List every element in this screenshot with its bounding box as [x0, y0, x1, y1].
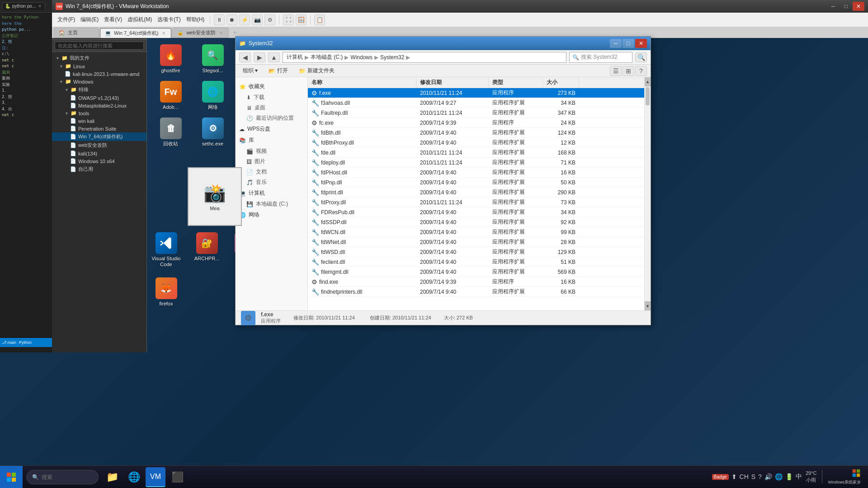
file-row-faultrep[interactable]: 🔧Faultrep.dll 2010/11/21 11:24 应用程序扩展 34…	[308, 108, 644, 118]
explorer-breadcrumb[interactable]: 计算机 ▶ 本地磁盘 (C:) ▶ Windows ▶ System32 ▶	[283, 52, 566, 63]
file-row-feclient[interactable]: 🔧feclient.dll 2009/7/14 9:40 应用程序扩展 51 K…	[308, 257, 644, 267]
tree-item-kali[interactable]: 📄kali-linux-2023.1-vmware-amd	[52, 70, 146, 78]
tree-item-owasp[interactable]: 📄OWASP v1.2(143)	[52, 94, 146, 102]
systray-s-label[interactable]: S	[751, 473, 755, 480]
sidebar-documents[interactable]: 📄 文档	[236, 167, 307, 177]
explorer-up-button[interactable]: ▲	[268, 52, 280, 62]
toolbar-btn-power[interactable]: ⚡	[239, 14, 250, 25]
vmware-tab-home[interactable]: 🏠 主页	[54, 28, 99, 38]
systray-network-icon[interactable]: 🌐	[775, 473, 783, 480]
desktop-icon-recycle[interactable]: 🗑 回收站	[151, 116, 190, 149]
taskbar-app-fileexplorer[interactable]: 📁	[102, 467, 122, 487]
sidebar-pictures[interactable]: 🖼 图片	[236, 156, 307, 167]
systray-question-icon[interactable]: ?	[758, 473, 762, 480]
file-row-fdpnp[interactable]: 🔧fdPnp.dll 2009/7/14 9:40 应用程序扩展 50 KB	[308, 178, 644, 188]
vmware-menu-file[interactable]: 文件(F)	[56, 15, 77, 24]
toolbar-btn-stop[interactable]: ⏺	[226, 14, 237, 25]
desktop-icon-archpr[interactable]: 🔐 ARCHPR...	[188, 230, 226, 263]
desktop-icon-vscode[interactable]: Visual Studio Code	[147, 230, 185, 269]
file-row-fdeploy[interactable]: 🔧fdeploy.dll 2010/11/21 11:24 应用程序扩展 71 …	[308, 158, 644, 168]
systray-volume-icon[interactable]: 🔊	[764, 473, 772, 480]
file-row-fdphost[interactable]: 🔧fdPHost.dll 2009/7/14 9:40 应用程序扩展 16 KB	[308, 168, 644, 178]
explorer-organize-button[interactable]: 组织 ▾	[239, 66, 261, 75]
explorer-search-field[interactable]: 🔍 搜索 System32	[569, 52, 632, 63]
file-row-fdwcn[interactable]: 🔧fdWCN.dll 2009/7/14 9:40 应用程序扩展 99 KB	[308, 227, 644, 237]
desktop-icon-firefox[interactable]: 🦊 firefox	[147, 276, 185, 309]
taskbar-app-vmware[interactable]: VM	[146, 467, 165, 487]
vmware-minimize-button[interactable]: ─	[827, 2, 839, 11]
desktop-icon-ghostfire[interactable]: 🔥 ghostfire	[151, 42, 190, 75]
scrollbar-up-button[interactable]: ▲	[645, 77, 651, 86]
taskbar-app-browser[interactable]: 🌐	[124, 467, 144, 487]
sidebar-video[interactable]: 🎬 视频	[236, 146, 307, 156]
win764-tab-close[interactable]: ✕	[161, 31, 166, 36]
sidebar-library[interactable]: 📚 库	[236, 135, 307, 146]
taskbar-search-input[interactable]	[42, 474, 93, 480]
scrollbar-down-button[interactable]: ▼	[645, 301, 651, 310]
desktop-icon-sethc[interactable]: ⚙ sethc.exe	[193, 116, 232, 149]
file-row-fcexe[interactable]: ⚙fc.exe 2009/7/14 9:39 应用程序 24 KB	[308, 118, 644, 128]
ls-search-input[interactable]	[55, 42, 144, 50]
tree-item-win764[interactable]: 📄Win 7_64(ctf操作机)	[52, 132, 146, 141]
systray-keyboard-icon[interactable]: 中	[796, 473, 802, 481]
toolbar-btn-view[interactable]: 📋	[314, 14, 325, 25]
sidebar-wps[interactable]: ☁ WPS云盘	[236, 123, 307, 135]
view-help-button[interactable]: ?	[635, 66, 647, 76]
vmware-close-button[interactable]: ✕	[853, 2, 864, 11]
col-header-size[interactable]: 大小	[543, 77, 579, 88]
toolbar-btn-unity[interactable]: 🪟	[296, 14, 307, 25]
explorer-minimize-button[interactable]: ─	[610, 39, 622, 48]
file-row-fde[interactable]: 🔧fde.dll 2010/11/21 11:24 应用程序扩展 168 KB	[308, 148, 644, 158]
toolbar-btn-fullscreen[interactable]: ⛶	[283, 14, 294, 25]
desktop-icon-adobe[interactable]: Fw Adob...	[151, 79, 190, 112]
tree-item-selfuse[interactable]: 📄自己用	[52, 165, 146, 174]
file-row-filemgmt[interactable]: 🔧filemgmt.dll 2009/7/14 9:40 应用程序扩展 569 …	[308, 267, 644, 277]
col-header-type[interactable]: 类型	[489, 77, 543, 88]
systray-up-icon[interactable]: ⬆	[731, 473, 737, 480]
sidebar-downloads[interactable]: ⬇ 下载	[236, 92, 307, 103]
view-grid-button[interactable]: ⊞	[623, 66, 634, 76]
toolbar-btn-pause[interactable]: ⏸	[214, 14, 225, 25]
tree-item-win10x64[interactable]: 📄Windows 10 x64	[52, 157, 146, 165]
file-row-fdwsd[interactable]: 🔧fdWSD.dll 2009/7/14 9:40 应用程序扩展 129 KB	[308, 247, 644, 257]
tree-item-penetration[interactable]: 📄Penetration Suite	[52, 125, 146, 132]
file-list-scrollbar[interactable]: ▲ ▼	[644, 77, 651, 310]
vmware-tab-websec[interactable]: 🔒 web安全攻防 ✕	[172, 28, 228, 38]
explorer-close-button[interactable]: ✕	[635, 39, 647, 48]
vmware-tab-win764[interactable]: 💻 Win 7_64(ctf操作机) ✕	[100, 28, 171, 38]
file-row-fdprint[interactable]: 🔧fdprint.dll 2009/7/14 9:40 应用程序扩展 290 K…	[308, 188, 644, 197]
tree-item-metasploitable[interactable]: 📄Metasploitable2-Linux	[52, 102, 146, 109]
tree-item-websec[interactable]: 📄web安全攻防	[52, 141, 146, 150]
code-tab-active[interactable]: 🐍 python po... ×	[2, 2, 45, 10]
sidebar-desktop[interactable]: 🖥 桌面	[236, 103, 307, 113]
file-row-findexe[interactable]: ⚙find.exe 2009/7/14 9:39 应用程序 16 KB	[308, 277, 644, 287]
file-row-fdproxy[interactable]: 🔧fdProxy.dll 2010/11/21 11:24 应用程序扩展 73 …	[308, 197, 644, 207]
file-row-fdbthproxy[interactable]: 🔧fdBthProxy.dll 2009/7/14 9:40 应用程序扩展 12…	[308, 138, 644, 148]
tree-item-tools[interactable]: ▼📁tools	[52, 109, 146, 117]
tree-item-winkali[interactable]: 📄win kali	[52, 117, 146, 125]
scrollbar-thumb[interactable]	[646, 87, 650, 105]
taskbar-app-terminal[interactable]: ⬛	[167, 467, 187, 487]
taskbar-start-button[interactable]	[0, 466, 23, 488]
explorer-back-button[interactable]: ◀	[239, 52, 251, 62]
file-row-fdssdp[interactable]: 🔧fdSSDP.dll 2009/7/14 9:40 应用程序扩展 92 KB	[308, 217, 644, 227]
sidebar-recent[interactable]: 🕐 最近访问的位置	[236, 113, 307, 123]
desktop-icon-network[interactable]: 🌐 网络	[193, 79, 232, 112]
websec-tab-close[interactable]: ✕	[218, 30, 224, 35]
tree-item-myfiles[interactable]: ▼📁我的文件	[52, 54, 146, 62]
vmware-menu-vm[interactable]: 虚拟机(M)	[126, 15, 154, 24]
taskbar-search-bar[interactable]: 🔍	[26, 470, 99, 484]
sidebar-network[interactable]: 🌐 网络	[236, 209, 307, 221]
tree-item-windows[interactable]: ▼📁Windows	[52, 78, 146, 85]
vmware-maximize-button[interactable]: □	[840, 2, 852, 11]
file-row-fdbth[interactable]: 🔧fdBth.dll 2009/7/14 9:40 应用程序扩展 124 KB	[308, 128, 644, 138]
systray-battery-icon[interactable]: 🔋	[785, 473, 793, 480]
file-row-fdwnet[interactable]: 🔧fdWNet.dll 2009/7/14 9:40 应用程序扩展 28 KB	[308, 237, 644, 247]
tree-item-kali134[interactable]: 📄kali(134)	[52, 150, 146, 157]
sidebar-music[interactable]: 🎵 音乐	[236, 177, 307, 188]
tree-item-special[interactable]: ▼📁特殊	[52, 85, 146, 94]
explorer-maximize-button[interactable]: □	[623, 39, 634, 48]
view-list-button[interactable]: ☰	[610, 66, 622, 76]
col-header-name[interactable]: 名称	[308, 77, 416, 88]
file-row-f3ahvoas[interactable]: 🔧f3ahvoas.dll 2009/7/14 9:27 应用程序扩展 34 K…	[308, 98, 644, 108]
